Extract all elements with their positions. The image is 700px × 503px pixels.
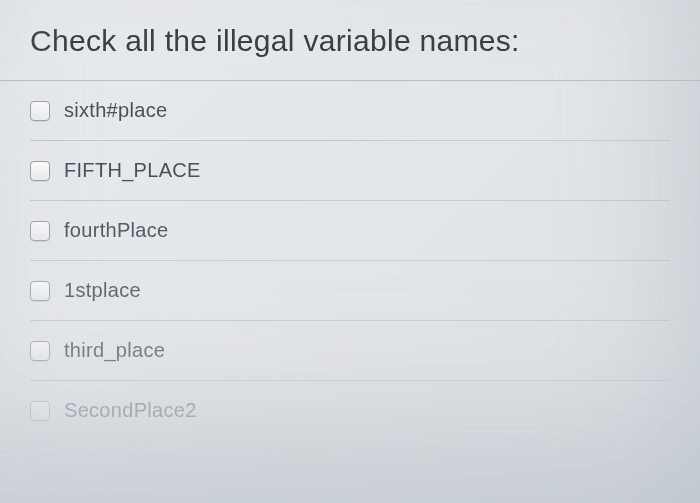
option-row: fourthPlace [30, 201, 670, 261]
option-label: FIFTH_PLACE [64, 159, 201, 182]
option-row: 1stplace [30, 261, 670, 321]
question-title: Check all the illegal variable names: [0, 0, 700, 81]
option-row: FIFTH_PLACE [30, 141, 670, 201]
checkbox-option-0[interactable] [30, 101, 50, 121]
option-row: third_place [30, 321, 670, 381]
option-row: sixth#place [30, 81, 670, 141]
checkbox-option-2[interactable] [30, 221, 50, 241]
checkbox-option-5[interactable] [30, 401, 50, 421]
checkbox-option-1[interactable] [30, 161, 50, 181]
options-list: sixth#place FIFTH_PLACE fourthPlace 1stp… [0, 81, 700, 440]
option-label: fourthPlace [64, 219, 168, 242]
option-label: SecondPlace2 [64, 399, 197, 422]
option-label: 1stplace [64, 279, 141, 302]
option-label: sixth#place [64, 99, 167, 122]
option-label: third_place [64, 339, 165, 362]
checkbox-option-4[interactable] [30, 341, 50, 361]
option-row: SecondPlace2 [30, 381, 670, 440]
question-container: Check all the illegal variable names: si… [0, 0, 700, 440]
checkbox-option-3[interactable] [30, 281, 50, 301]
